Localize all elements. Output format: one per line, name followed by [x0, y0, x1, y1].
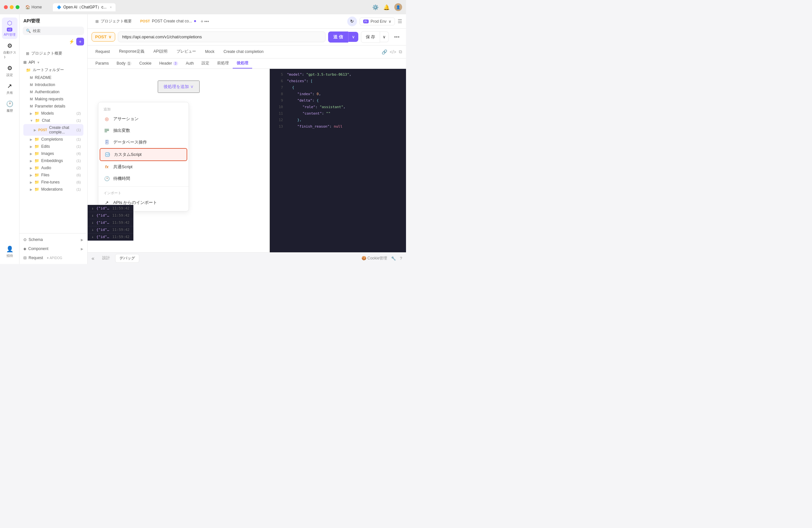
close-button[interactable] [4, 5, 8, 9]
iconbar-item-share[interactable]: ↗ 共有 [2, 81, 17, 97]
tool-icon[interactable]: 🔧 [391, 256, 396, 261]
add-button[interactable]: + [76, 38, 84, 45]
subtab-params[interactable]: Params [91, 59, 113, 68]
search-input[interactable] [33, 29, 81, 33]
env-badge: Pr [363, 19, 369, 24]
topbar-tab-project[interactable]: ⊞ プロジェクト概要 [91, 17, 136, 26]
iconbar-item-invite[interactable]: 👤 招待 [2, 244, 17, 260]
sidebar-item-audio[interactable]: ▶ 📁 Audio (2) [23, 164, 83, 171]
log-time-5: 11:59:42 [112, 235, 130, 239]
sidebar-item-project[interactable]: ⊞ プロジェクト概要 [19, 49, 87, 57]
sidebar-item-parameter-details[interactable]: M Parameter details [23, 103, 83, 110]
menu-icon[interactable]: ☰ [397, 18, 402, 24]
code-icon[interactable]: </> [390, 49, 396, 55]
log-row-4[interactable]: ↓ {"id":"chatcmpl-7tT8IPltejJZbliKNU47AG… [88, 226, 133, 233]
dropdown-item-database[interactable]: 🗄 データベース操作 [98, 137, 189, 148]
sidebar-item-component[interactable]: ◈ Component ▶ [23, 245, 83, 252]
settings-icon[interactable]: ⚙️ [372, 4, 379, 10]
home-tab[interactable]: 🏠 Home [22, 3, 45, 11]
iconbar-item-autotest[interactable]: ⚙ 自動テスト [2, 40, 17, 61]
sidebar-item-embeddings[interactable]: ▶ 📁 Embeddings (1) [23, 157, 83, 164]
log-row-3[interactable]: ↓ {"id":"chatcmpl-7tT8IPltejJZbliKNU47AG… [88, 219, 133, 226]
back-button[interactable]: « [91, 256, 95, 261]
header-badge: 3 [173, 61, 178, 66]
iconbar-item-settings[interactable]: ⚙ 設定 [2, 63, 17, 79]
bottombar-tab-design[interactable]: 設計 [98, 254, 114, 263]
help-icon[interactable]: ? [400, 256, 402, 261]
post-method-label: POST [140, 19, 150, 23]
topbar-right: ↻ Pr Prod Env ∨ ☰ [347, 17, 402, 26]
active-tab[interactable]: 🔷 Open AI（ChatGPT）c... × [53, 3, 116, 11]
avatar[interactable]: 👤 [394, 3, 402, 11]
send-button[interactable]: 送 信 [328, 31, 348, 43]
tab-api-doc[interactable]: API説明 [150, 47, 171, 57]
sidebar-item-files[interactable]: ▶ 📁 Files (6) [23, 171, 83, 179]
subtab-auth[interactable]: Auth [182, 59, 198, 68]
dropdown-item-assertion[interactable]: ◎ アサーション [98, 113, 189, 125]
env-selector[interactable]: Pr Prod Env ∨ [360, 17, 395, 25]
notification-icon[interactable]: 🔔 [383, 4, 390, 10]
tab-create-chat[interactable]: Create chat completion [220, 47, 267, 57]
sidebar-item-making-requests[interactable]: M Making requests [23, 96, 83, 103]
sidebar-item-images[interactable]: ▶ 📁 Images (4) [23, 150, 83, 157]
sidebar-item-edits[interactable]: ▶ 📁 Edits (1) [23, 143, 83, 150]
subtab-post-process[interactable]: 後処理 [233, 58, 252, 69]
titlebar-tabs: 🔷 Open AI（ChatGPT）c... × [53, 3, 116, 11]
close-tab-button[interactable]: × [110, 5, 112, 9]
iconbar-item-history[interactable]: 🕐 履歴 [2, 98, 17, 115]
log-row-2[interactable]: ↓ {"id":"chatcmpl-7tT8IPltejJZbliKNU47AG… [88, 212, 133, 219]
topbar-tab-active[interactable]: POST POST Create chat co... [136, 17, 200, 26]
subtab-header[interactable]: Header3 [156, 59, 182, 68]
iconbar-item-api[interactable]: ⬡ v2 API管理 [2, 17, 17, 39]
tab-request[interactable]: Request [91, 47, 114, 57]
sidebar-item-create-chat[interactable]: ▶ POST Create chat comple... (1) [23, 124, 83, 136]
subtab-pre-process[interactable]: 前処理 [213, 58, 233, 69]
sidebar-item-readme[interactable]: M README [23, 74, 83, 81]
log-id-1: {"id":"chatcmpl-7tT8IPltejJZbliKNU47AG4s… [97, 206, 110, 211]
sidebar-item-introduction[interactable]: M Introduction [23, 81, 83, 88]
subtab-settings[interactable]: 設定 [198, 58, 213, 69]
method-selector[interactable]: POST ∨ [91, 32, 115, 42]
filter-button[interactable]: ⚡ [69, 39, 74, 44]
tab-response-def[interactable]: Response定義 [115, 47, 148, 57]
sidebar-item-fine-tunes[interactable]: ▶ 📁 Fine-tunes (6) [23, 179, 83, 186]
sidebar-item-completions[interactable]: ▶ 📁 Completions (1) [23, 136, 83, 143]
api-section-header[interactable]: ⊞ API ▼ [23, 59, 83, 66]
save-button[interactable]: 保 存 [361, 31, 380, 43]
expand-icon[interactable]: ⧉ [399, 49, 402, 55]
fullscreen-button[interactable] [16, 5, 19, 9]
sidebar-item-moderations[interactable]: ▶ 📁 Moderations (1) [23, 186, 83, 193]
save-dropdown-button[interactable]: ∨ [380, 31, 389, 42]
sidebar-item-authentication[interactable]: M Authentication [23, 88, 83, 96]
bottombar-tab-debug[interactable]: デバッグ [115, 254, 139, 263]
sidebar-item-chat[interactable]: ▼ 📁 Chat (1) [23, 117, 83, 124]
more-tabs-button[interactable]: ••• [204, 19, 209, 24]
embeddings-folder-icon: 📁 [34, 158, 39, 163]
wait-icon: 🕐 [103, 175, 110, 182]
link-icon[interactable]: 🔗 [382, 49, 387, 55]
svg-text:</>: </> [106, 153, 110, 156]
cookie-mgmt-label[interactable]: 🍪 Cookie管理 [362, 256, 388, 261]
subtab-cookie[interactable]: Cookie [135, 59, 155, 68]
dropdown-item-shared-script[interactable]: fx 共通Script [98, 161, 189, 173]
sidebar-search[interactable]: 🔍 [23, 27, 84, 35]
urlbar-more-button[interactable]: ••• [391, 31, 402, 43]
subtab-body[interactable]: Body1 [113, 59, 135, 68]
add-postprocess-button[interactable]: 後処理を追加 ∨ [158, 81, 200, 93]
sidebar-item-schema[interactable]: ⊙ Schema ▶ [23, 236, 83, 243]
dropdown-item-wait[interactable]: 🕐 待機時間 [98, 173, 189, 184]
sidebar-item-models[interactable]: ▶ 📁 Models (2) [23, 110, 83, 117]
tab-preview[interactable]: プレビュー [173, 47, 200, 57]
refresh-button[interactable]: ↻ [347, 17, 357, 26]
sidebar-item-rootfolder[interactable]: 📁 ルートフォルダー [23, 66, 83, 74]
dropdown-item-custom-script[interactable]: </> カスタムScript [100, 148, 187, 161]
tab-mock[interactable]: Mock [201, 47, 218, 57]
add-tab-button[interactable]: + [201, 18, 203, 24]
dropdown-item-extract[interactable]: 抽出変数 [98, 125, 189, 137]
send-dropdown-button[interactable]: ∨ [348, 32, 358, 42]
log-row-1[interactable]: ↓ {"id":"chatcmpl-7tT8IPltejJZbliKNU47AG… [88, 205, 133, 212]
sidebar-item-request[interactable]: ⊟ Request ✦ APIDOG [23, 254, 83, 261]
minimize-button[interactable] [10, 5, 14, 9]
log-row-5[interactable]: ↓ {"id":"chatcmpl-7tT8IPltejJZbliKNU47AG… [88, 233, 133, 241]
url-input[interactable] [118, 31, 325, 42]
